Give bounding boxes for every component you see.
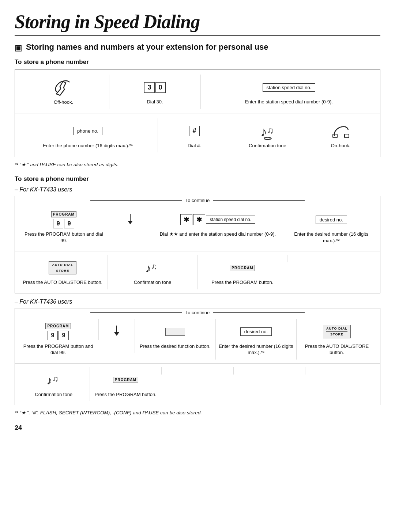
section1-heading: Storing names and numbers at your extens… (26, 42, 268, 52)
dial-30-icon: 3 0 (144, 78, 165, 96)
desired-no-kx7436-label: desired no. (240, 327, 272, 336)
step-confirmation-tone: ♪ ♫ Confirmation tone (231, 118, 304, 153)
step-star-station: ✱ ✱ station speed dial no. Dial ★★ and e… (150, 207, 285, 241)
section2-heading: To store a phone number (15, 175, 380, 183)
arrow-down-icon (127, 214, 133, 225)
svg-text:♪: ♪ (145, 262, 151, 275)
step-onhook-label: On-hook. (331, 142, 350, 149)
to-continue-label-2: To continue (182, 310, 214, 315)
instruction-table-1: Off-hook. 3 0 Dial 30. station speed dia… (15, 69, 380, 157)
step-star-station-label: Dial ★★ and enter the station speed dial… (160, 231, 276, 238)
section1-header: ▣ Storing names and numbers at your exte… (15, 42, 380, 53)
step-offhook-label: Off-hook. (54, 99, 73, 106)
step-program-99-label: Press the PROGRAM button and dial 99. (21, 231, 107, 244)
step-desired-no-kx7436-label: Enter the desired number (16 digits max.… (219, 343, 293, 356)
step-station-speed-desc: Enter the station speed dial number (0-9… (245, 99, 333, 105)
step-station-speed: station speed dial no. Enter the station… (200, 75, 377, 109)
svg-marker-11 (114, 332, 119, 336)
step-program-btn-kx7436-label: Press the PROGRAM button. (95, 391, 157, 398)
footnote1: *¹ “★ ” and PAUSE can be also stored as … (15, 162, 380, 167)
svg-text:♪: ♪ (260, 124, 267, 139)
svg-text:♫: ♫ (52, 374, 59, 383)
step-dial-hash-label: Dial #. (188, 142, 201, 149)
footnote2: *¹ “★ ”, “#”, FLASH, SECRET (INTERCOM), … (15, 410, 380, 415)
step-auto-dial-kx7436-label: Press the AUTO DIAL/STORE button. (300, 343, 374, 356)
step-phone-no-desc: Enter the phone number (16 digits max.).… (43, 142, 133, 149)
step-program-99-kx7436-label: Press the PROGRAM button and dial 99. (21, 343, 95, 356)
station-speed-box: station speed dial no. (263, 78, 316, 96)
phone-no-box: phone no. (73, 122, 102, 140)
program-99-kx7436-icon: PROGRAM 9 9 (45, 323, 71, 341)
step-desired-no-label: Enter the desired number (16 digits max.… (288, 231, 374, 244)
step-dial-hash: # Dial #. (158, 118, 231, 153)
step-tone-kx7433-label: Confirmation tone (134, 279, 172, 286)
step-func-btn-label: Press the desired function button. (140, 343, 211, 350)
program-99-icon: PROGRAM 9 9 (51, 210, 76, 229)
step-auto-dial-kx7436: AUTO DIAL STORE Press the AUTO DIAL/STOR… (296, 319, 377, 360)
svg-text:♪: ♪ (46, 374, 52, 387)
step-program-99: PROGRAM 9 9 Press the PROGRAM button and… (18, 207, 110, 247)
section-icon: ▣ (15, 43, 22, 53)
step-arrow-kx7436 (98, 319, 135, 340)
step-desired-no-kx7436: desired no. Enter the desired number (16… (215, 319, 296, 360)
page-number: 24 (15, 424, 380, 432)
to-continue-label: To continue (182, 198, 214, 203)
page-title: Storing in Speed Dialing (15, 11, 380, 33)
step-dial30: 3 0 Dial 30. (109, 75, 200, 109)
svg-text:♫: ♫ (151, 262, 157, 271)
step-arrow-down (110, 207, 150, 229)
program-btn-kx7436-icon: PROGRAM (113, 371, 138, 389)
phone-offhook-icon (53, 78, 74, 97)
step-confirmation-tone-label: Confirmation tone (249, 142, 286, 149)
phone-no-label: phone no. (73, 127, 102, 135)
step-offhook: Off-hook. (18, 74, 109, 109)
step-tone-kx7433: ♪ ♫ Confirmation tone (108, 255, 198, 289)
desired-no-label: desired no. (316, 216, 347, 224)
desired-no-kx7436-box: desired no. (240, 323, 272, 341)
station-speed-dial-label: station speed dial no. (206, 216, 255, 224)
tone-icon-kx7433: ♪ ♫ (144, 259, 161, 277)
func-btn-icon (165, 323, 185, 341)
program-btn-icon: PROGRAM (51, 211, 76, 217)
title-divider (15, 35, 380, 36)
svg-rect-5 (345, 134, 349, 138)
step-desired-no: desired no. Enter the desired number (16… (285, 207, 377, 247)
hash-box: # (189, 122, 199, 140)
step-phone-no: phone no. Enter the phone number (16 dig… (18, 118, 158, 153)
step-onhook: On-hook. (304, 118, 377, 153)
step-func-btn: Press the desired function button. (135, 319, 215, 353)
tone-icon: ♪ ♫ (259, 122, 276, 140)
kx7436-table: To continue PROGRAM 9 9 Press the PROGRA… (15, 308, 380, 406)
program-btn-kx7433-icon: PROGRAM (230, 259, 255, 277)
svg-rect-4 (333, 134, 337, 138)
step-auto-dial-label: Press the AUTO DIAL/STORE button. (23, 279, 103, 286)
svg-marker-7 (128, 221, 133, 224)
step-tone-kx7436: ♪ ♫ Confirmation tone (18, 367, 90, 402)
step-auto-dial-store: AUTO DIAL STORE Press the AUTO DIAL/STOR… (18, 255, 108, 289)
kx7433-subtitle: – For KX-T7433 users (15, 186, 380, 193)
step-program-btn: PROGRAM Press the PROGRAM button. (198, 255, 287, 289)
tone-icon-kx7436: ♪ ♫ (45, 371, 63, 389)
step-program-btn-kx7436: PROGRAM Press the PROGRAM button. (90, 367, 162, 402)
station-speed-label: station speed dial no. (263, 83, 316, 92)
step-tone-kx7436-label: Confirmation tone (35, 391, 72, 398)
arrow-down-icon-2 (113, 326, 120, 337)
kx7433-table: To continue PROGRAM 9 9 Press the PROGRA… (15, 196, 380, 293)
subsection1-heading: To store a phone number (15, 58, 380, 66)
step-program-99-kx7436: PROGRAM 9 9 Press the PROGRAM button and… (18, 319, 98, 360)
svg-text:♫: ♫ (267, 125, 274, 135)
star-star-station-icon: ✱ ✱ station speed dial no. (180, 210, 255, 229)
phone-onhook-icon (332, 122, 350, 140)
kx7436-subtitle: – For KX-T7436 users (15, 299, 380, 305)
desired-no-box: desired no. (316, 210, 347, 229)
svg-marker-0 (56, 81, 66, 95)
step-program-btn-label: Press the PROGRAM button. (211, 279, 273, 286)
step-dial30-label: Dial 30. (147, 99, 163, 105)
auto-dial-kx7436-icon: AUTO DIAL STORE (323, 323, 351, 341)
auto-dial-store-icon: AUTO DIAL STORE (49, 259, 76, 277)
